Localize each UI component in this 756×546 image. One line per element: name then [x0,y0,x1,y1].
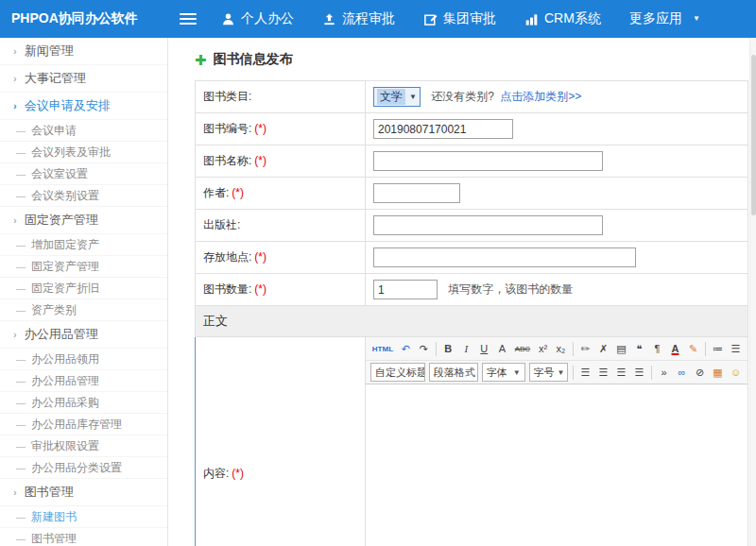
row-location: 存放地点:(*) [196,242,748,274]
align-left-button[interactable]: ☰ [577,363,593,382]
sidebar-item-book-management-sub[interactable]: 图书管理 [0,528,167,546]
emotion-button[interactable]: ☺ [728,363,744,382]
dash-bullet [16,532,26,545]
dash-bullet [16,439,26,452]
editor-toolbar-row-2: 自定义标题 段落格式 字体 字号 ☰ [366,360,747,384]
eraser-button[interactable]: ✗ [595,339,611,358]
sidebar-item-supplies-inventory[interactable]: 办公用品库存管理 [0,414,167,435]
chevron-right-icon [13,330,17,340]
align-right-button[interactable]: ☰ [613,363,629,382]
sidebar-item-meeting-room-settings[interactable]: 会议室设置 [0,163,167,185]
scrollbar-thumb[interactable] [751,55,756,215]
required-marker: (*) [254,282,266,296]
sidebar-item-meeting-category-settings[interactable]: 会议类别设置 [0,185,167,207]
superscript-button[interactable]: x² [535,339,551,358]
sidebar-item-supplies-purchase[interactable]: 办公用品采购 [0,392,167,414]
dash-bullet [16,124,26,137]
font-family-select[interactable]: 字体 [482,363,525,382]
sidebar-item-approval-permission-settings[interactable]: 审批权限设置 [0,435,167,457]
rich-text-editor: HTML ↶ ↷ B I U A ABC x² x₂ ✏ [366,337,747,546]
font-color-button[interactable]: A [667,339,683,358]
nav-group-approval[interactable]: 集团审批 [423,10,496,27]
sidebar-item-book-management[interactable]: 图书管理 [0,479,167,506]
book-number-input[interactable] [373,119,513,139]
sidebar-item-fixed-assets-management[interactable]: 固定资产管理 [0,207,167,234]
nav-label: 集团审批 [443,10,496,27]
group-approval-icon [423,12,438,26]
align-center-button[interactable]: ☰ [595,363,611,382]
paragraph-format-select[interactable]: 段落格式 [429,363,478,382]
paste-button[interactable]: ▤ [613,339,629,358]
publisher-label: 出版社: [203,218,240,231]
bold-button[interactable]: B [440,339,456,358]
sidebar-item-fixed-asset-depreciation[interactable]: 固定资产折旧 [0,278,167,299]
image-button[interactable]: ▦ [710,363,726,382]
quantity-hint: 填写数字，该图书的数量 [448,282,573,296]
strikethrough-button[interactable]: ABC [512,339,533,358]
unordered-list-button[interactable]: ☰ [728,339,744,358]
font-size-select[interactable]: 字号 [529,363,568,382]
author-input[interactable] [373,183,460,203]
sidebar: 新闻管理 大事记管理 会议申请及安排 会议申请 会议列表及审批 会议室设置 会议… [0,38,168,546]
sidebar-item-supplies-category-settings[interactable]: 办公用品分类设置 [0,457,167,479]
sidebar-item-fixed-asset-management[interactable]: 固定资产管理 [0,256,167,278]
format-brush-button[interactable]: ✏ [577,339,593,358]
nav-crm-system[interactable]: CRM系统 [524,10,601,27]
sidebar-item-office-supplies-management[interactable]: 办公用品管理 [0,321,167,349]
nav-more-apps[interactable]: 更多应用 [629,10,700,27]
dash-bullet [16,396,26,409]
quantity-label: 图书数量: [203,282,251,296]
indent-button[interactable]: » [656,363,672,382]
sidebar-item-asset-category[interactable]: 资产类别 [0,299,167,321]
sidebar-item-add-fixed-asset[interactable]: 增加固定资产 [0,234,167,256]
undo-button[interactable]: ↶ [398,339,414,358]
chevron-right-icon [13,487,17,498]
toolbar-separator [651,366,652,380]
category-label: 图书类目: [203,90,251,103]
sidebar-item-news-management[interactable]: 新闻管理 [0,38,167,65]
menu-icon[interactable] [180,10,197,27]
row-book-name: 图书名称:(*) [196,145,748,178]
sidebar-item-supplies-management[interactable]: 办公用品管理 [0,370,167,392]
sidebar-item-new-book[interactable]: 新建图书 [0,506,167,528]
content-label: 内容: [203,467,229,480]
sidebar-item-meeting-list-approval[interactable]: 会议列表及审批 [0,142,167,163]
nav-process-approval[interactable]: 流程审批 [322,10,395,27]
subscript-button[interactable]: x₂ [553,339,569,358]
pagebreak-button[interactable]: ¶ [649,339,665,358]
book-name-input[interactable] [373,151,603,171]
sidebar-item-supplies-requisition[interactable]: 办公用品领用 [0,349,167,370]
row-quantity: 图书数量:(*) 填写数字，该图书的数量 [196,274,748,306]
unlink-button[interactable]: ⊘ [692,363,708,382]
sidebar-item-meeting-management[interactable]: 会议申请及安排 [0,93,167,120]
font-border-button[interactable]: A [494,339,510,358]
add-category-link[interactable]: 点击添加类别>> [500,90,581,103]
redo-button[interactable]: ↷ [416,339,432,358]
custom-title-select[interactable]: 自定义标题 [370,363,425,382]
location-input[interactable] [373,247,636,267]
nav-personal-office[interactable]: 个人办公 [221,10,294,27]
chevron-right-icon [13,46,17,57]
publisher-input[interactable] [373,215,603,235]
editor-toolbar: HTML ↶ ↷ B I U A ABC x² x₂ ✏ [366,337,747,384]
chevron-right-icon [13,74,17,84]
quantity-input[interactable] [373,280,438,299]
category-select[interactable]: 文学 [373,87,421,107]
html-source-button[interactable]: HTML [369,339,396,358]
align-justify-button[interactable]: ☰ [631,363,647,382]
dash-bullet [16,238,26,251]
editor-content[interactable] [366,384,747,546]
link-button[interactable]: ∞ [674,363,690,382]
underline-button[interactable]: U [476,339,492,358]
app-logo: PHPOA协同办公软件 [0,10,168,27]
ordered-list-button[interactable]: ≔ [710,339,726,358]
sidebar-item-meeting-apply[interactable]: 会议申请 [0,120,167,142]
dash-bullet [16,145,26,159]
sidebar-item-memorabilia-management[interactable]: 大事记管理 [0,65,167,93]
page-scrollbar[interactable] [749,38,756,546]
author-label: 作者: [203,186,229,199]
user-icon [221,12,235,26]
highlight-button[interactable]: ✎ [685,339,701,358]
italic-button[interactable]: I [458,339,474,358]
blockquote-button[interactable]: ❝ [631,339,647,358]
